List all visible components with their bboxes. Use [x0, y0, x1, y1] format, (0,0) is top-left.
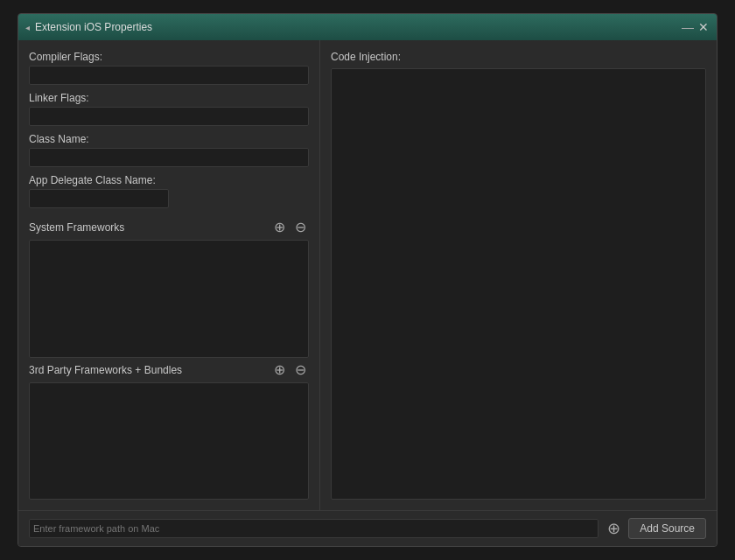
code-injection-label: Code Injection: [331, 51, 706, 63]
third-party-header: 3rd Party Frameworks + Bundles ⊕ ⊖ [29, 361, 309, 379]
system-frameworks-buttons: ⊕ ⊖ [270, 219, 309, 236]
title-arrow-icon: ◂ [25, 23, 30, 32]
class-name-input[interactable] [29, 148, 309, 167]
close-button[interactable]: ✕ [697, 21, 710, 33]
compiler-flags-group: Compiler Flags: [29, 51, 309, 85]
title-bar-controls: — ✕ [682, 21, 710, 33]
path-add-circle-button[interactable]: ⊕ [604, 519, 623, 538]
content-area: Compiler Flags: Linker Flags: Class Name… [18, 40, 717, 510]
main-window: ◂ Extension iOS Properties — ✕ Compiler … [18, 13, 718, 547]
system-frameworks-label: System Frameworks [29, 221, 124, 234]
system-frameworks-list[interactable] [29, 240, 309, 358]
add-source-button[interactable]: Add Source [628, 518, 706, 539]
minimize-button[interactable]: — [682, 21, 694, 33]
third-party-add-button[interactable]: ⊕ [270, 361, 288, 379]
linker-flags-label: Linker Flags: [29, 92, 309, 104]
app-delegate-input[interactable] [29, 189, 169, 208]
app-delegate-label: App Delegate Class Name: [29, 174, 309, 186]
third-party-label: 3rd Party Frameworks + Bundles [29, 364, 182, 376]
left-panel: Compiler Flags: Linker Flags: Class Name… [18, 40, 320, 510]
compiler-flags-label: Compiler Flags: [29, 51, 309, 63]
right-panel: Code Injection: [320, 40, 717, 510]
system-frameworks-remove-button[interactable]: ⊖ [291, 219, 309, 236]
framework-path-input[interactable] [29, 519, 598, 538]
title-bar: ◂ Extension iOS Properties — ✕ [18, 14, 717, 40]
linker-flags-group: Linker Flags: [29, 92, 309, 126]
third-party-buttons: ⊕ ⊖ [270, 361, 309, 379]
bottom-bar: ⊕ Add Source [18, 510, 717, 546]
third-party-remove-button[interactable]: ⊖ [291, 361, 309, 379]
code-injection-textarea[interactable] [331, 68, 706, 500]
class-name-group: Class Name: [29, 133, 309, 167]
linker-flags-input[interactable] [29, 107, 309, 126]
window-title: Extension iOS Properties [35, 21, 152, 33]
title-bar-left: ◂ Extension iOS Properties [25, 21, 152, 33]
system-frameworks-header: System Frameworks ⊕ ⊖ [29, 219, 309, 236]
compiler-flags-input[interactable] [29, 66, 309, 85]
third-party-list[interactable] [29, 382, 309, 500]
system-frameworks-add-button[interactable]: ⊕ [270, 219, 288, 236]
app-delegate-group: App Delegate Class Name: [29, 174, 309, 208]
class-name-label: Class Name: [29, 133, 309, 145]
